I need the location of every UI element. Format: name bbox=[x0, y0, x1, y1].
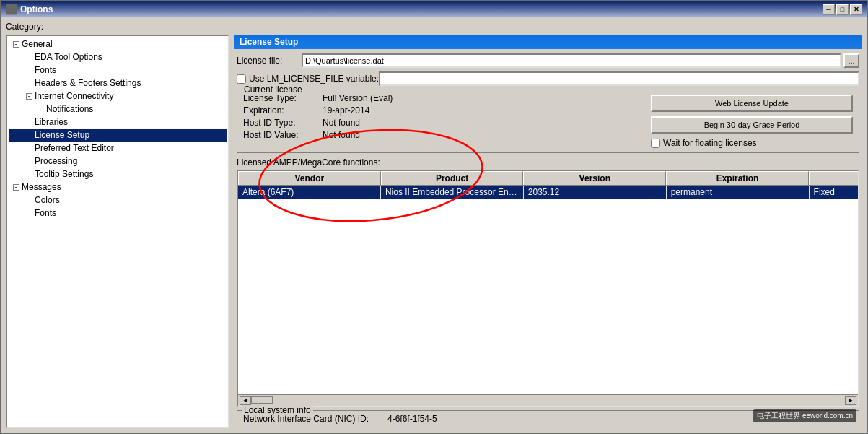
tree-label: Processing bbox=[35, 156, 77, 166]
sidebar-item-libraries[interactable]: Libraries bbox=[9, 116, 227, 129]
tree-label: License Setup bbox=[35, 130, 89, 140]
right-panel: License Setup License file: ... Use LM_L… bbox=[234, 35, 862, 428]
window-title: Options bbox=[20, 4, 823, 14]
close-button[interactable]: ✕ bbox=[850, 4, 862, 15]
host-id-value-row: Host ID Value: Not found bbox=[243, 130, 645, 140]
spacer-icon bbox=[23, 64, 35, 76]
host-id-type-value: Not found bbox=[323, 118, 360, 128]
tree-label: Messages bbox=[22, 182, 61, 192]
wait-floating-row: Wait for floating licenses bbox=[651, 138, 853, 148]
sidebar-item-preferred-text-editor[interactable]: Preferred Text Editor bbox=[9, 142, 227, 155]
nic-label: Network Interface Card (NIC) ID: bbox=[243, 414, 387, 424]
license-info-left: License Type: Full Version (Eval) Expira… bbox=[243, 93, 645, 148]
cell-vendor: Altera (6AF7) bbox=[238, 186, 381, 199]
sidebar-item-notifications[interactable]: Notifications bbox=[9, 103, 227, 116]
sidebar-item-messages[interactable]: - Messages bbox=[9, 181, 227, 194]
tree-label: Fonts bbox=[35, 65, 56, 75]
host-id-type-row: Host ID Type: Not found bbox=[243, 118, 645, 128]
use-lm-label: Use LM_LICENSE_FILE variable: bbox=[249, 74, 379, 84]
license-info: License Type: Full Version (Eval) Expira… bbox=[243, 93, 853, 148]
license-type-row: License Type: Full Version (Eval) bbox=[243, 93, 645, 103]
cell-version: 2035.12 bbox=[524, 186, 667, 199]
window-body: Category: - General EDA Tool Options Fon… bbox=[1, 17, 867, 433]
functions-table: Vendor Product Version Expiration Altera… bbox=[237, 170, 859, 407]
scroll-thumb[interactable] bbox=[251, 396, 273, 404]
expiration-label: Expiration: bbox=[243, 105, 323, 116]
right-panel-inner: License Setup License file: ... Use LM_L… bbox=[234, 35, 862, 428]
minimize-button[interactable]: ─ bbox=[823, 4, 835, 15]
sidebar-item-internet-connectivity[interactable]: - Internet Connectivity bbox=[9, 90, 227, 103]
cell-product: Nios II Embedded Processor Encrypte... bbox=[381, 186, 524, 199]
spacer-icon bbox=[23, 51, 35, 63]
col-extra bbox=[809, 171, 858, 185]
col-version: Version bbox=[523, 171, 666, 185]
tree-label: Tooltip Settings bbox=[35, 169, 93, 179]
host-id-value-label: Host ID Value: bbox=[243, 130, 323, 140]
main-area: - General EDA Tool Options Fonts Headers… bbox=[6, 35, 862, 428]
table-row[interactable]: Altera (6AF7) Nios II Embedded Processor… bbox=[238, 186, 858, 199]
expand-icon: - bbox=[23, 90, 35, 102]
license-type-value: Full Version (Eval) bbox=[323, 93, 393, 103]
spacer-icon bbox=[23, 194, 35, 206]
tree-label: Colors bbox=[35, 195, 60, 205]
spacer-icon bbox=[23, 207, 35, 219]
licensed-label: Licensed AMPP/MegaCore functions: bbox=[234, 157, 862, 168]
watermark: 电子工程世界 eeworld.com.cn bbox=[753, 409, 856, 422]
license-file-input[interactable] bbox=[302, 53, 841, 68]
scroll-track bbox=[251, 396, 845, 405]
current-license-group: Current license License Type: Full Versi… bbox=[237, 90, 859, 153]
tree-panel: - General EDA Tool Options Fonts Headers… bbox=[6, 35, 229, 428]
cell-expiration: permanent bbox=[667, 186, 810, 199]
host-id-value-value: Not found bbox=[323, 130, 360, 140]
nic-value: 4-6f6f-1f54-5 bbox=[387, 414, 437, 424]
tree-label: EDA Tool Options bbox=[35, 52, 102, 62]
col-expiration: Expiration bbox=[666, 171, 809, 185]
license-type-label: License Type: bbox=[243, 93, 323, 103]
expiration-row: Expiration: 19-apr-2014 bbox=[243, 105, 645, 116]
scroll-left-button[interactable]: ◄ bbox=[240, 396, 251, 405]
title-bar: Options ─ □ ✕ bbox=[1, 1, 867, 17]
spacer-icon bbox=[23, 77, 35, 89]
sidebar-item-headers-footers[interactable]: Headers & Footers Settings bbox=[9, 77, 227, 90]
tree-label: General bbox=[22, 39, 53, 49]
expiration-value: 19-apr-2014 bbox=[323, 105, 369, 116]
use-lm-row: Use LM_LICENSE_FILE variable: bbox=[234, 71, 862, 86]
sidebar-item-colors[interactable]: Colors bbox=[9, 194, 227, 207]
license-info-right: Web License Update Begin 30-day Grace Pe… bbox=[651, 93, 853, 148]
window-controls: ─ □ ✕ bbox=[823, 4, 862, 15]
options-window: Options ─ □ ✕ Category: - General EDA To… bbox=[0, 0, 868, 434]
sidebar-item-processing[interactable]: Processing bbox=[9, 155, 227, 168]
tree-label: Internet Connectivity bbox=[35, 91, 113, 101]
table-body: Altera (6AF7) Nios II Embedded Processor… bbox=[238, 186, 858, 394]
web-license-button[interactable]: Web License Update bbox=[651, 95, 853, 112]
sidebar-item-eda-tool-options[interactable]: EDA Tool Options bbox=[9, 51, 227, 64]
col-vendor: Vendor bbox=[238, 171, 381, 185]
spacer-icon bbox=[23, 129, 35, 141]
spacer-icon bbox=[23, 142, 35, 154]
expand-icon: - bbox=[10, 181, 22, 193]
lm-input[interactable] bbox=[379, 71, 859, 86]
cell-extra: Fixed bbox=[810, 186, 858, 199]
col-product: Product bbox=[381, 171, 524, 185]
category-label: Category: bbox=[6, 22, 862, 32]
tree-label: Notifications bbox=[46, 104, 93, 114]
table-header: Vendor Product Version Expiration bbox=[238, 171, 858, 186]
tree-label: Preferred Text Editor bbox=[35, 143, 114, 153]
wait-floating-checkbox[interactable] bbox=[651, 139, 660, 148]
browse-button[interactable]: ... bbox=[843, 53, 859, 68]
scroll-right-button[interactable]: ► bbox=[845, 396, 856, 405]
host-id-type-label: Host ID Type: bbox=[243, 118, 323, 128]
sidebar-item-tooltip-settings[interactable]: Tooltip Settings bbox=[9, 168, 227, 181]
spacer-icon bbox=[23, 155, 35, 167]
sidebar-item-fonts[interactable]: Fonts bbox=[9, 64, 227, 77]
sidebar-item-fonts2[interactable]: Fonts bbox=[9, 207, 227, 220]
expand-icon: - bbox=[10, 38, 22, 50]
sidebar-item-license-setup[interactable]: License Setup bbox=[9, 129, 227, 142]
tree-label: Fonts bbox=[35, 208, 56, 218]
use-lm-checkbox[interactable] bbox=[237, 74, 246, 84]
maximize-button[interactable]: □ bbox=[836, 4, 849, 15]
grace-period-button[interactable]: Begin 30-day Grace Period bbox=[651, 116, 853, 134]
tree-label: Headers & Footers Settings bbox=[35, 78, 141, 88]
sidebar-item-general[interactable]: - General bbox=[9, 38, 227, 51]
spacer-icon bbox=[23, 116, 35, 128]
